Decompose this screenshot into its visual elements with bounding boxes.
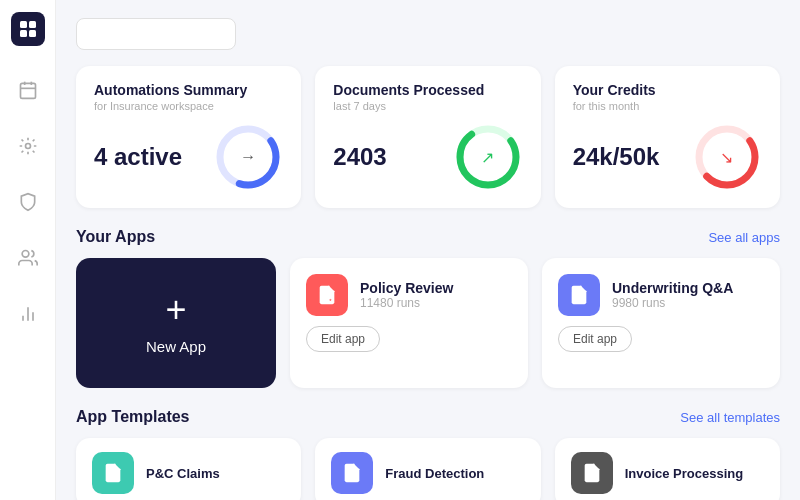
svg-rect-2 <box>20 30 27 37</box>
template-card-fraud-detection[interactable]: Fraud Detection <box>315 438 540 500</box>
documents-donut: ↗ <box>453 122 523 192</box>
documents-card-subtitle: last 7 days <box>333 100 522 112</box>
policy-review-header: ★ Policy Review 11480 runs <box>306 274 512 316</box>
documents-card-body: 2403 ↗ <box>333 122 522 192</box>
apps-grid: + New App ★ Policy Review <box>76 258 780 388</box>
new-app-plus-icon: + <box>165 292 186 328</box>
svg-rect-3 <box>29 30 36 37</box>
sidebar-item-calendar[interactable] <box>10 72 46 108</box>
top-bar <box>76 18 780 50</box>
credits-donut-icon: ↘ <box>720 148 733 167</box>
sidebar <box>0 0 56 500</box>
automations-donut-icon: → <box>240 148 256 166</box>
policy-review-info: Policy Review 11480 runs <box>360 280 453 310</box>
policy-review-edit-button[interactable]: Edit app <box>306 326 380 352</box>
search-input[interactable] <box>76 18 236 50</box>
new-app-card[interactable]: + New App <box>76 258 276 388</box>
fraud-detection-name: Fraud Detection <box>385 466 484 481</box>
svg-rect-1 <box>29 21 36 28</box>
underwriting-header: Underwriting Q&A 9980 runs <box>558 274 764 316</box>
summary-cards-row: Automations Summary for Insurance worksp… <box>76 66 780 208</box>
policy-review-icon: ★ <box>306 274 348 316</box>
policy-review-name: Policy Review <box>360 280 453 296</box>
svg-point-8 <box>25 144 30 149</box>
automations-value: 4 active <box>94 143 182 171</box>
documents-value: 2403 <box>333 143 386 171</box>
credits-donut: ↘ <box>692 122 762 192</box>
automations-card-title: Automations Summary <box>94 82 283 98</box>
main-content: Automations Summary for Insurance worksp… <box>56 0 800 500</box>
see-all-templates-link[interactable]: See all templates <box>680 410 780 425</box>
sidebar-item-analytics[interactable] <box>10 296 46 332</box>
credits-value: 24k/50k <box>573 143 660 171</box>
svg-rect-0 <box>20 21 27 28</box>
sidebar-item-ai[interactable] <box>10 128 46 164</box>
credits-card-body: 24k/50k ↘ <box>573 122 762 192</box>
app-logo[interactable] <box>11 12 45 46</box>
underwriting-runs: 9980 runs <box>612 296 733 310</box>
see-all-apps-link[interactable]: See all apps <box>708 230 780 245</box>
your-apps-title: Your Apps <box>76 228 155 246</box>
documents-donut-icon: ↗ <box>481 148 494 167</box>
credits-summary-card: Your Credits for this month 24k/50k ↘ <box>555 66 780 208</box>
policy-review-app-card: ★ Policy Review 11480 runs Edit app <box>290 258 528 388</box>
template-card-pc-claims[interactable]: P&C Claims <box>76 438 301 500</box>
policy-review-runs: 11480 runs <box>360 296 453 310</box>
template-card-invoice-processing[interactable]: Invoice Processing <box>555 438 780 500</box>
invoice-processing-name: Invoice Processing <box>625 466 744 481</box>
underwriting-qa-app-card: Underwriting Q&A 9980 runs Edit app <box>542 258 780 388</box>
documents-card-title: Documents Processed <box>333 82 522 98</box>
automations-card-body: 4 active → <box>94 122 283 192</box>
app-templates-title: App Templates <box>76 408 190 426</box>
sidebar-item-users[interactable] <box>10 240 46 276</box>
app-templates-section-header: App Templates See all templates <box>76 408 780 426</box>
pc-claims-name: P&C Claims <box>146 466 220 481</box>
new-app-label: New App <box>146 338 206 355</box>
svg-text:★: ★ <box>329 298 332 302</box>
svg-rect-4 <box>20 83 35 98</box>
credits-card-subtitle: for this month <box>573 100 762 112</box>
automations-donut: → <box>213 122 283 192</box>
fraud-detection-icon <box>331 452 373 494</box>
documents-summary-card: Documents Processed last 7 days 2403 ↗ <box>315 66 540 208</box>
credits-card-title: Your Credits <box>573 82 762 98</box>
underwriting-icon <box>558 274 600 316</box>
underwriting-edit-button[interactable]: Edit app <box>558 326 632 352</box>
automations-summary-card: Automations Summary for Insurance worksp… <box>76 66 301 208</box>
underwriting-info: Underwriting Q&A 9980 runs <box>612 280 733 310</box>
automations-card-subtitle: for Insurance workspace <box>94 100 283 112</box>
invoice-processing-icon <box>571 452 613 494</box>
pc-claims-icon <box>92 452 134 494</box>
svg-point-9 <box>22 251 29 258</box>
your-apps-section-header: Your Apps See all apps <box>76 228 780 246</box>
underwriting-name: Underwriting Q&A <box>612 280 733 296</box>
templates-row: P&C Claims Fraud Detection Invoice Proce… <box>76 438 780 500</box>
sidebar-item-security[interactable] <box>10 184 46 220</box>
